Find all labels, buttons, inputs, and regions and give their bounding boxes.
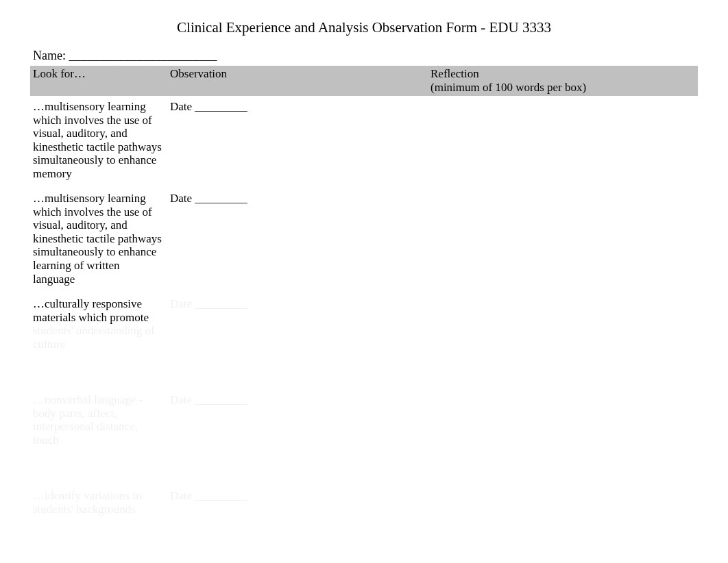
observation-cell: Date _________ xyxy=(167,485,428,523)
lookfor-cell: …multisensory learning which involves th… xyxy=(30,96,167,188)
reflection-cell xyxy=(428,485,698,523)
header-reflection: Reflection (minimum of 100 words per box… xyxy=(428,66,698,96)
lookfor-cell: …multisensory learning which involves th… xyxy=(30,188,167,293)
observation-cell: Date _________ xyxy=(167,96,428,188)
table-row: …nonverbal language - body parts, affect… xyxy=(30,389,698,485)
reflection-cell xyxy=(428,188,698,293)
observation-cell: Date _________ xyxy=(167,389,428,485)
table-header-row: Look for… Observation Reflection (minimu… xyxy=(30,66,698,96)
header-reflection-line2: (minimum of 100 words per box) xyxy=(430,81,695,95)
header-reflection-line1: Reflection xyxy=(430,67,479,80)
reflection-cell xyxy=(428,96,698,188)
lookfor-cell: …culturally responsive materials which p… xyxy=(30,293,167,389)
table-row: …culturally responsive materials which p… xyxy=(30,293,698,389)
lookfor-cell: …identify variations in students' backgr… xyxy=(30,485,167,523)
page-title: Clinical Experience and Analysis Observa… xyxy=(0,0,728,49)
header-observation: Observation xyxy=(167,66,428,96)
observation-table: Look for… Observation Reflection (minimu… xyxy=(30,66,698,523)
table-row: …multisensory learning which involves th… xyxy=(30,188,698,293)
header-lookfor: Look for… xyxy=(30,66,167,96)
lookfor-visible: …culturally responsive materials which p… xyxy=(33,297,149,324)
table-row: …multisensory learning which involves th… xyxy=(30,96,698,188)
name-field-label: Name: ________________________ xyxy=(0,49,728,66)
reflection-cell xyxy=(428,293,698,389)
lookfor-faded: students' understanding of culture xyxy=(33,324,155,351)
lookfor-cell: …nonverbal language - body parts, affect… xyxy=(30,389,167,485)
observation-cell: Date _________ xyxy=(167,293,428,389)
date-faded: Date _________ xyxy=(170,297,247,310)
reflection-cell xyxy=(428,389,698,485)
observation-cell: Date _________ xyxy=(167,188,428,293)
table-row: …identify variations in students' backgr… xyxy=(30,485,698,523)
